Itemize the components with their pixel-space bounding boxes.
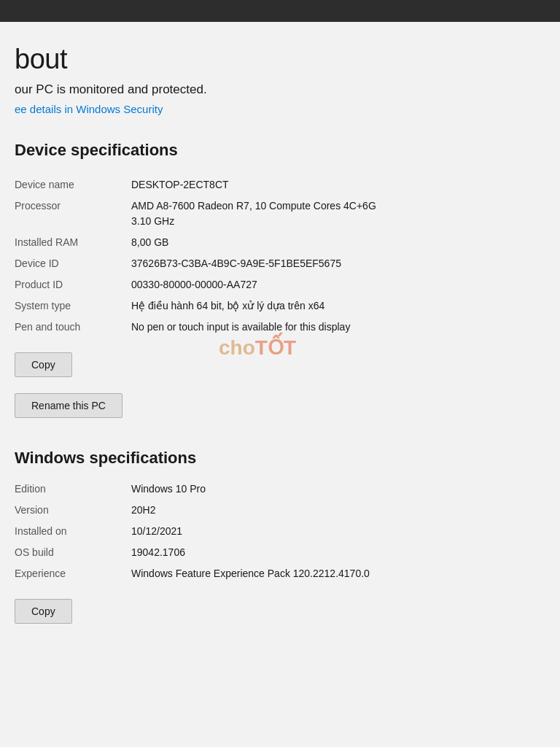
- label-os-build: OS build: [15, 542, 131, 563]
- rename-button-row: Rename this PC: [15, 393, 560, 427]
- table-row: OS build 19042.1706: [15, 542, 560, 563]
- windows-copy-button-row: Copy: [15, 599, 560, 632]
- windows-specs-title: Windows specifications: [15, 449, 560, 468]
- label-installed-on: Installed on: [15, 521, 131, 542]
- value-installed-ram: 8,00 GB: [131, 232, 560, 253]
- label-version: Version: [15, 500, 131, 521]
- windows-specs-table: Edition Windows 10 Pro Version 20H2 Inst…: [15, 479, 560, 584]
- value-edition: Windows 10 Pro: [131, 479, 560, 500]
- content-area: choTỐT bout our PC is monitored and prot…: [0, 22, 560, 744]
- table-row: Processor AMD A8-7600 Radeon R7, 10 Comp…: [15, 196, 560, 232]
- label-system-type: System type: [15, 295, 131, 317]
- label-product-id: Product ID: [15, 274, 131, 295]
- label-edition: Edition: [15, 479, 131, 500]
- device-specs-section: Device specifications Device name DESKTO…: [15, 141, 560, 427]
- table-row: Edition Windows 10 Pro: [15, 479, 560, 500]
- copy-button-row: Copy: [15, 352, 560, 386]
- value-device-id: 37626B73-C3BA-4B9C-9A9E-5F1BE5EF5675: [131, 253, 560, 274]
- page-container: choTỐT bout our PC is monitored and prot…: [0, 0, 560, 747]
- rename-pc-button[interactable]: Rename this PC: [15, 393, 122, 418]
- label-processor: Processor: [15, 196, 131, 232]
- label-installed-ram: Installed RAM: [15, 232, 131, 253]
- device-specs-title: Device specifications: [15, 141, 560, 160]
- security-status: our PC is monitored and protected.: [15, 82, 560, 97]
- value-os-build: 19042.1706: [131, 542, 560, 563]
- table-row: System type Hệ điều hành 64 bit, bộ xử l…: [15, 295, 560, 317]
- table-row: Experience Windows Feature Experience Pa…: [15, 563, 560, 584]
- value-installed-on: 10/12/2021: [131, 521, 560, 542]
- table-row: Device name DESKTOP-2ECT8CT: [15, 174, 560, 196]
- label-pen-touch: Pen and touch: [15, 317, 131, 338]
- label-experience: Experience: [15, 563, 131, 584]
- value-pen-touch: No pen or touch input is available for t…: [131, 317, 560, 338]
- label-device-name: Device name: [15, 174, 131, 196]
- table-row: Pen and touch No pen or touch input is a…: [15, 317, 560, 338]
- device-specs-table: Device name DESKTOP-2ECT8CT Processor AM…: [15, 174, 560, 338]
- page-title: bout: [15, 44, 560, 75]
- table-row: Installed on 10/12/2021: [15, 521, 560, 542]
- windows-specs-section: Windows specifications Edition Windows 1…: [15, 449, 560, 632]
- windows-copy-button[interactable]: Copy: [15, 599, 72, 624]
- top-bar: [0, 0, 560, 22]
- table-row: Product ID 00330-80000-00000-AA727: [15, 274, 560, 295]
- value-processor: AMD A8-7600 Radeon R7, 10 Compute Cores …: [131, 196, 560, 232]
- security-link[interactable]: ee details in Windows Security: [15, 103, 560, 115]
- table-row: Installed RAM 8,00 GB: [15, 232, 560, 253]
- label-device-id: Device ID: [15, 253, 131, 274]
- value-version: 20H2: [131, 500, 560, 521]
- copy-button[interactable]: Copy: [15, 352, 72, 377]
- value-system-type: Hệ điều hành 64 bit, bộ xử lý dựa trên x…: [131, 295, 560, 317]
- table-row: Device ID 37626B73-C3BA-4B9C-9A9E-5F1BE5…: [15, 253, 560, 274]
- table-row: Version 20H2: [15, 500, 560, 521]
- value-device-name: DESKTOP-2ECT8CT: [131, 174, 560, 196]
- value-experience: Windows Feature Experience Pack 120.2212…: [131, 563, 560, 584]
- value-product-id: 00330-80000-00000-AA727: [131, 274, 560, 295]
